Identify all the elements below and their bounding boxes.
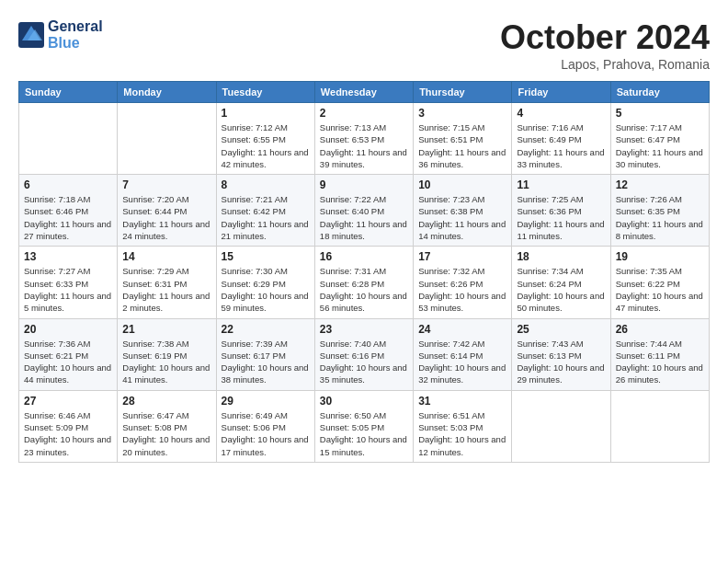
calendar-header-sunday: Sunday: [19, 82, 118, 103]
day-number: 4: [517, 107, 605, 120]
day-info: Sunrise: 6:51 AM Sunset: 5:03 PM Dayligh…: [418, 409, 506, 458]
calendar-cell: 27Sunrise: 6:46 AM Sunset: 5:09 PM Dayli…: [19, 390, 118, 462]
calendar-cell: 30Sunrise: 6:50 AM Sunset: 5:05 PM Dayli…: [314, 390, 413, 462]
day-number: 9: [320, 178, 408, 191]
day-number: 16: [320, 250, 408, 263]
calendar-cell: [610, 390, 709, 462]
calendar-header-row: SundayMondayTuesdayWednesdayThursdayFrid…: [19, 82, 710, 103]
calendar-week-row: 1Sunrise: 7:12 AM Sunset: 6:55 PM Daylig…: [19, 103, 710, 175]
day-info: Sunrise: 7:35 AM Sunset: 6:22 PM Dayligh…: [616, 265, 704, 314]
calendar-cell: 25Sunrise: 7:43 AM Sunset: 6:13 PM Dayli…: [512, 318, 610, 390]
day-info: Sunrise: 7:22 AM Sunset: 6:40 PM Dayligh…: [320, 193, 408, 242]
day-info: Sunrise: 7:40 AM Sunset: 6:16 PM Dayligh…: [320, 338, 408, 386]
calendar-cell: 12Sunrise: 7:26 AM Sunset: 6:35 PM Dayli…: [610, 175, 709, 247]
day-number: 19: [616, 250, 704, 263]
day-number: 1: [222, 107, 310, 120]
day-number: 21: [122, 323, 210, 336]
day-number: 11: [517, 178, 605, 191]
month-title: October 2024: [500, 18, 710, 57]
calendar-cell: 16Sunrise: 7:31 AM Sunset: 6:28 PM Dayli…: [314, 247, 413, 318]
day-info: Sunrise: 7:36 AM Sunset: 6:21 PM Dayligh…: [24, 338, 112, 386]
day-number: 12: [616, 178, 704, 191]
day-info: Sunrise: 7:17 AM Sunset: 6:47 PM Dayligh…: [616, 121, 704, 170]
calendar-cell: [118, 103, 216, 175]
calendar-cell: 21Sunrise: 7:38 AM Sunset: 6:19 PM Dayli…: [118, 318, 216, 390]
calendar-cell: [512, 390, 610, 462]
calendar-cell: 13Sunrise: 7:27 AM Sunset: 6:33 PM Dayli…: [19, 247, 118, 318]
day-info: Sunrise: 7:12 AM Sunset: 6:55 PM Dayligh…: [222, 121, 310, 170]
day-info: Sunrise: 7:34 AM Sunset: 6:24 PM Dayligh…: [517, 265, 605, 314]
logo-icon: [18, 22, 44, 48]
day-number: 10: [418, 178, 506, 191]
day-number: 25: [517, 323, 605, 336]
calendar-header-thursday: Thursday: [414, 82, 512, 103]
day-info: Sunrise: 7:32 AM Sunset: 6:26 PM Dayligh…: [418, 265, 506, 314]
day-info: Sunrise: 7:38 AM Sunset: 6:19 PM Dayligh…: [122, 338, 210, 386]
calendar-cell: 19Sunrise: 7:35 AM Sunset: 6:22 PM Dayli…: [610, 247, 709, 318]
calendar-cell: 8Sunrise: 7:21 AM Sunset: 6:42 PM Daylig…: [216, 175, 314, 247]
calendar-header-friday: Friday: [512, 82, 610, 103]
calendar-cell: 11Sunrise: 7:25 AM Sunset: 6:36 PM Dayli…: [512, 175, 610, 247]
calendar-cell: 9Sunrise: 7:22 AM Sunset: 6:40 PM Daylig…: [314, 175, 413, 247]
calendar-cell: 22Sunrise: 7:39 AM Sunset: 6:17 PM Dayli…: [216, 318, 314, 390]
day-number: 26: [616, 323, 704, 336]
day-number: 27: [24, 395, 112, 408]
day-number: 23: [320, 323, 408, 336]
day-number: 20: [24, 323, 112, 336]
day-info: Sunrise: 7:16 AM Sunset: 6:49 PM Dayligh…: [517, 121, 605, 170]
calendar-cell: 24Sunrise: 7:42 AM Sunset: 6:14 PM Dayli…: [414, 318, 512, 390]
day-info: Sunrise: 7:43 AM Sunset: 6:13 PM Dayligh…: [517, 338, 605, 386]
day-info: Sunrise: 7:30 AM Sunset: 6:29 PM Dayligh…: [222, 265, 310, 314]
day-info: Sunrise: 7:26 AM Sunset: 6:35 PM Dayligh…: [616, 193, 704, 242]
calendar-cell: 20Sunrise: 7:36 AM Sunset: 6:21 PM Dayli…: [19, 318, 118, 390]
day-info: Sunrise: 7:13 AM Sunset: 6:53 PM Dayligh…: [320, 121, 408, 170]
calendar-cell: 7Sunrise: 7:20 AM Sunset: 6:44 PM Daylig…: [118, 175, 216, 247]
calendar-table: SundayMondayTuesdayWednesdayThursdayFrid…: [18, 81, 710, 463]
calendar-cell: 4Sunrise: 7:16 AM Sunset: 6:49 PM Daylig…: [512, 103, 610, 175]
calendar-cell: 5Sunrise: 7:17 AM Sunset: 6:47 PM Daylig…: [610, 103, 709, 175]
calendar-cell: 3Sunrise: 7:15 AM Sunset: 6:51 PM Daylig…: [414, 103, 512, 175]
day-info: Sunrise: 7:44 AM Sunset: 6:11 PM Dayligh…: [616, 338, 704, 386]
day-number: 17: [418, 250, 506, 263]
day-info: Sunrise: 7:15 AM Sunset: 6:51 PM Dayligh…: [418, 121, 506, 170]
location: Lapos, Prahova, Romania: [500, 57, 710, 72]
calendar-cell: 17Sunrise: 7:32 AM Sunset: 6:26 PM Dayli…: [414, 247, 512, 318]
calendar-header-monday: Monday: [118, 82, 216, 103]
day-number: 8: [222, 178, 310, 191]
day-info: Sunrise: 7:18 AM Sunset: 6:46 PM Dayligh…: [24, 193, 112, 242]
day-info: Sunrise: 7:39 AM Sunset: 6:17 PM Dayligh…: [222, 338, 310, 386]
day-info: Sunrise: 6:47 AM Sunset: 5:08 PM Dayligh…: [122, 409, 210, 458]
calendar-header-saturday: Saturday: [610, 82, 709, 103]
day-info: Sunrise: 6:46 AM Sunset: 5:09 PM Dayligh…: [24, 409, 112, 458]
day-number: 22: [222, 323, 310, 336]
day-number: 28: [122, 395, 210, 408]
day-info: Sunrise: 7:31 AM Sunset: 6:28 PM Dayligh…: [320, 265, 408, 314]
title-area: October 2024 Lapos, Prahova, Romania: [500, 18, 710, 72]
day-info: Sunrise: 6:49 AM Sunset: 5:06 PM Dayligh…: [222, 409, 310, 458]
day-number: 6: [24, 178, 112, 191]
day-info: Sunrise: 7:29 AM Sunset: 6:31 PM Dayligh…: [122, 265, 210, 314]
day-number: 3: [418, 107, 506, 120]
calendar-week-row: 27Sunrise: 6:46 AM Sunset: 5:09 PM Dayli…: [19, 390, 710, 462]
day-info: Sunrise: 7:20 AM Sunset: 6:44 PM Dayligh…: [122, 193, 210, 242]
calendar-cell: 28Sunrise: 6:47 AM Sunset: 5:08 PM Dayli…: [118, 390, 216, 462]
day-info: Sunrise: 7:21 AM Sunset: 6:42 PM Dayligh…: [222, 193, 310, 242]
calendar-header-tuesday: Tuesday: [216, 82, 314, 103]
day-number: 31: [418, 395, 506, 408]
day-number: 13: [24, 250, 112, 263]
day-info: Sunrise: 7:23 AM Sunset: 6:38 PM Dayligh…: [418, 193, 506, 242]
day-number: 15: [222, 250, 310, 263]
calendar-week-row: 20Sunrise: 7:36 AM Sunset: 6:21 PM Dayli…: [19, 318, 710, 390]
calendar-cell: 15Sunrise: 7:30 AM Sunset: 6:29 PM Dayli…: [216, 247, 314, 318]
calendar-header-wednesday: Wednesday: [314, 82, 413, 103]
calendar-cell: 2Sunrise: 7:13 AM Sunset: 6:53 PM Daylig…: [314, 103, 413, 175]
day-number: 30: [320, 395, 408, 408]
day-number: 24: [418, 323, 506, 336]
calendar-cell: 6Sunrise: 7:18 AM Sunset: 6:46 PM Daylig…: [19, 175, 118, 247]
day-number: 18: [517, 250, 605, 263]
day-info: Sunrise: 7:25 AM Sunset: 6:36 PM Dayligh…: [517, 193, 605, 242]
day-number: 5: [616, 107, 704, 120]
logo: General Blue: [18, 18, 103, 52]
page-header: General Blue October 2024 Lapos, Prahova…: [18, 18, 710, 72]
calendar-cell: 31Sunrise: 6:51 AM Sunset: 5:03 PM Dayli…: [414, 390, 512, 462]
